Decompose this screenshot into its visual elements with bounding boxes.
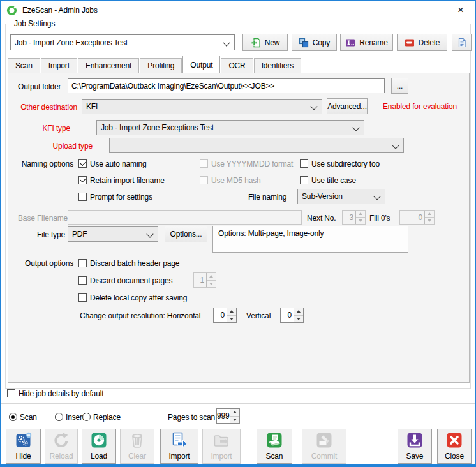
hide-job-details-label[interactable]: Hide job details by default (19, 389, 103, 398)
mode-replace-radio[interactable] (82, 413, 91, 421)
tab-identifiers[interactable]: Identifiers (254, 58, 301, 73)
use-auto-naming-checkbox[interactable] (78, 159, 87, 168)
spin-up-button[interactable] (294, 308, 303, 315)
rename-button[interactable]: Rename (340, 34, 393, 51)
mode-scan-label[interactable]: Scan (20, 413, 37, 422)
load-button[interactable]: Load (82, 429, 116, 464)
spin-up-button[interactable] (230, 409, 239, 416)
retain-import-filename-checkbox[interactable] (78, 176, 87, 184)
chevron-down-icon (223, 39, 230, 46)
new-button-label: New (265, 38, 280, 47)
import-folder-icon (212, 431, 230, 451)
discard-batch-header-label[interactable]: Discard batch header page (90, 259, 179, 268)
browse-output-folder-button[interactable]: ... (391, 78, 408, 94)
resolution-horizontal-value[interactable]: 0 (214, 308, 227, 322)
spinner-buttons (230, 409, 239, 423)
tab-profiling[interactable]: Profiling (140, 58, 182, 73)
discard-document-pages-checkbox[interactable] (78, 276, 87, 285)
use-auto-naming-label[interactable]: Use auto naming (90, 159, 146, 168)
output-options-label: Output options (15, 259, 73, 268)
spin-down-button[interactable] (230, 416, 239, 424)
mode-scan-radio[interactable] (9, 413, 17, 421)
spin-down-button[interactable] (227, 315, 236, 323)
new-icon (251, 38, 261, 48)
hide-button[interactable]: Hide (6, 429, 41, 464)
spinner-down-icon (359, 219, 362, 222)
spin-down-button[interactable] (294, 315, 303, 323)
spinner-up-icon (233, 411, 237, 413)
kfi-type-value: Job - Import Zone Exceptions Test (101, 123, 214, 132)
file-type-options-button[interactable]: Options... (165, 226, 207, 242)
hide-job-details-checkbox[interactable] (7, 389, 15, 397)
scan-button[interactable]: Scan (257, 429, 292, 464)
prompt-for-settings-label[interactable]: Prompt for settings (90, 193, 152, 202)
spinner-down-icon (428, 219, 431, 222)
retain-import-filename-label[interactable]: Retain import filename (90, 176, 165, 185)
use-md5-checkbox (200, 176, 208, 184)
file-naming-select[interactable]: Sub-Version (297, 189, 385, 204)
spin-up-button (425, 211, 434, 217)
file-type-options-summary: Options: Multi-page, Image-only (218, 229, 324, 238)
spin-up-button[interactable] (227, 308, 236, 315)
close-button[interactable]: Close (437, 429, 472, 464)
output-folder-input[interactable] (68, 78, 385, 93)
mode-replace-label[interactable]: Replace (93, 413, 121, 422)
use-subdirectory-checkbox[interactable] (300, 159, 308, 168)
resolution-horizontal-spinner[interactable]: 0 (213, 308, 237, 323)
reload-button-label: Reload (49, 452, 73, 461)
file-type-select[interactable]: PDF (68, 226, 158, 242)
output-folder-label: Output folder (18, 82, 61, 91)
tab-import[interactable]: Import (41, 58, 77, 73)
chevron-down-icon (146, 230, 153, 237)
kfi-type-select[interactable]: Job - Import Zone Exceptions Test (96, 120, 364, 135)
mode-insert-label[interactable]: Insert (66, 413, 84, 422)
job-selector[interactable]: Job - Import Zone Exceptions Test (10, 34, 235, 50)
tab-ocr[interactable]: OCR (221, 58, 253, 73)
discard-document-pages-label[interactable]: Discard document pages (90, 276, 172, 285)
job-settings-group: Job Settings Job - Import Zone Exception… (5, 24, 471, 389)
delete-button[interactable]: Delete (397, 34, 447, 51)
job-selector-value: Job - Import Zone Exceptions Test (15, 38, 128, 47)
hide-button-label: Hide (15, 452, 31, 461)
use-subdirectory-label[interactable]: Use subdirectory too (311, 159, 380, 168)
output-tab-panel: Output folder ... Other destination KFI … (8, 73, 470, 383)
use-yyyymmdd-checkbox (200, 159, 208, 168)
other-destination-select[interactable]: KFI (82, 99, 322, 114)
import-button[interactable]: Import (160, 429, 198, 464)
discard-batch-header-checkbox[interactable] (78, 259, 87, 267)
close-window-button[interactable]: × (446, 1, 475, 20)
chevron-down-icon (373, 193, 380, 200)
spinner-buttons (294, 308, 303, 322)
mode-insert-radio[interactable] (55, 413, 63, 421)
rename-icon (345, 38, 355, 48)
discard-document-pages-spinner: 1 (193, 272, 216, 288)
tab-output[interactable]: Output (182, 56, 220, 73)
close-x-icon (445, 431, 463, 451)
resolution-vertical-spinner[interactable]: 0 (280, 308, 304, 323)
use-title-case-checkbox[interactable] (300, 176, 308, 184)
copy-button[interactable]: Copy (292, 34, 337, 51)
other-destination-label: Other destination (15, 103, 77, 112)
next-no-label: Next No. (307, 214, 336, 223)
upload-type-select[interactable] (109, 138, 404, 153)
tab-scan[interactable]: Scan (8, 58, 40, 73)
commit-button-label: Commit (311, 452, 337, 461)
fill-zeros-label: Fill 0's (369, 214, 390, 223)
resolution-vertical-value[interactable]: 0 (281, 308, 294, 322)
delete-local-copy-label[interactable]: Delete local copy after saving (90, 293, 187, 302)
prompt-for-settings-checkbox[interactable] (78, 193, 87, 201)
delete-local-copy-checkbox[interactable] (78, 293, 87, 302)
new-button[interactable]: New (242, 34, 288, 51)
save-button[interactable]: Save (398, 429, 432, 464)
resolution-vertical-label: Vertical (246, 311, 271, 320)
pages-to-scan-value[interactable]: 999 (217, 409, 230, 423)
load-button-label: Load (91, 452, 107, 461)
close-button-label: Close (445, 452, 464, 461)
spinner-up-icon (428, 212, 431, 215)
advanced-button[interactable]: Advanced... (327, 98, 368, 114)
spinner-buttons (424, 211, 434, 224)
use-title-case-label[interactable]: Use title case (311, 176, 356, 185)
tab-enhancement[interactable]: Enhancement (78, 58, 139, 73)
job-notes-button[interactable] (452, 34, 472, 51)
pages-to-scan-spinner[interactable]: 999 (216, 408, 240, 424)
